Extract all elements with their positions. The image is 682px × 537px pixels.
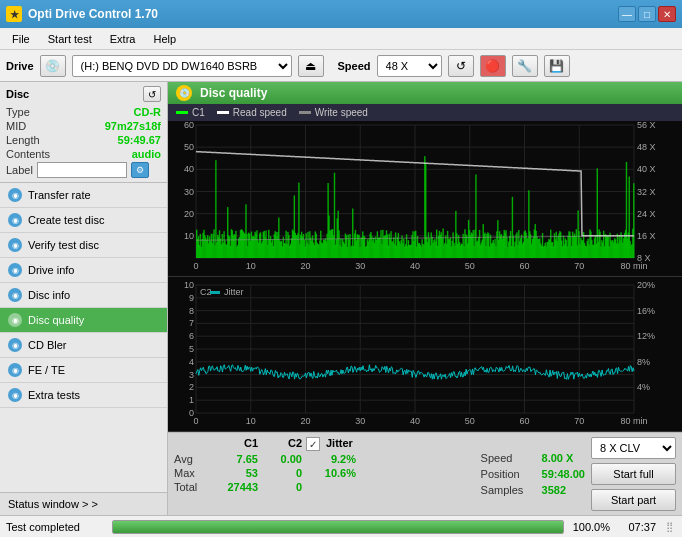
stats-row-total: Total 27443 0 [174, 481, 465, 493]
transfer-rate-icon: ◉ [8, 188, 22, 202]
charts-wrapper [168, 121, 682, 432]
legend-write-color [299, 111, 311, 114]
max-label: Max [174, 467, 204, 479]
progress-bar-container [112, 520, 564, 534]
chart1-canvas [168, 121, 682, 276]
start-full-button[interactable]: Start full [591, 463, 676, 485]
status-window-label: Status window > > [8, 498, 98, 510]
create-test-disc-icon: ◉ [8, 213, 22, 227]
menu-bar: File Start test Extra Help [0, 28, 682, 50]
restore-button[interactable]: □ [638, 6, 656, 22]
speed-stat-label: Speed [481, 452, 536, 464]
content-area: 💿 Disc quality C1 Read speed Write speed [168, 82, 682, 515]
legend-c1: C1 [176, 107, 205, 118]
total-c1: 27443 [208, 481, 258, 493]
refresh-button[interactable]: ↺ [448, 55, 474, 77]
verify-test-disc-icon: ◉ [8, 238, 22, 252]
legend-read-label: Read speed [233, 107, 287, 118]
drive-label: Drive [6, 60, 34, 72]
sidebar-nav: ◉ Transfer rate ◉ Create test disc ◉ Ver… [0, 183, 167, 492]
drive-select[interactable]: (H:) BENQ DVD DD DW1640 BSRB [72, 55, 292, 77]
chart2-canvas [168, 277, 682, 431]
menu-help[interactable]: Help [145, 31, 184, 47]
settings-button[interactable]: 🔴 [480, 55, 506, 77]
type-label: Type [6, 106, 30, 118]
disc-panel: Disc ↺ Type CD-R MID 97m27s18f Length 59… [0, 82, 167, 183]
avg-c1: 7.65 [208, 453, 258, 465]
sidebar-item-verify-test-disc[interactable]: ◉ Verify test disc [0, 233, 167, 258]
samples-value: 3582 [542, 484, 566, 496]
contents-value: audio [132, 148, 161, 160]
position-value: 59:48.00 [542, 468, 585, 480]
contents-label: Contents [6, 148, 50, 160]
label-icon-btn[interactable]: ⚙ [131, 162, 149, 178]
save-button[interactable]: 💾 [544, 55, 570, 77]
drive-icon-btn[interactable]: 💿 [40, 55, 66, 77]
avg-label: Avg [174, 453, 204, 465]
label-label: Label [6, 164, 33, 176]
start-part-button[interactable]: Start part [591, 489, 676, 511]
tools-button[interactable]: 🔧 [512, 55, 538, 77]
legend-c1-color [176, 111, 188, 114]
speed-position-area: Speed 8.00 X Position 59:48.00 Samples 3… [481, 437, 585, 511]
minimize-button[interactable]: — [618, 6, 636, 22]
close-button[interactable]: ✕ [658, 6, 676, 22]
menu-start-test[interactable]: Start test [40, 31, 100, 47]
sidebar-item-transfer-rate[interactable]: ◉ Transfer rate [0, 183, 167, 208]
legend-read-speed: Read speed [217, 107, 287, 118]
sidebar-item-disc-info[interactable]: ◉ Disc info [0, 283, 167, 308]
eject-button[interactable]: ⏏ [298, 55, 324, 77]
sidebar-item-disc-quality[interactable]: ◉ Disc quality [0, 308, 167, 333]
col-c2-header: C2 [262, 437, 302, 451]
speed-clv-select[interactable]: 8 X CLV [591, 437, 676, 459]
length-value: 59:49.67 [118, 134, 161, 146]
legend-write-speed: Write speed [299, 107, 368, 118]
total-label: Total [174, 481, 204, 493]
chart-legend: C1 Read speed Write speed [168, 104, 682, 121]
avg-c2: 0.00 [262, 453, 302, 465]
max-jitter: 10.6% [306, 467, 356, 479]
sidebar-item-extra-tests[interactable]: ◉ Extra tests [0, 383, 167, 408]
sidebar: Disc ↺ Type CD-R MID 97m27s18f Length 59… [0, 82, 168, 515]
disc-refresh-button[interactable]: ↺ [143, 86, 161, 102]
speed-select[interactable]: 48 X [377, 55, 442, 77]
window-controls: — □ ✕ [618, 6, 676, 22]
jitter-checkbox[interactable]: ✓ [306, 437, 320, 451]
cd-bler-icon: ◉ [8, 338, 22, 352]
legend-write-label: Write speed [315, 107, 368, 118]
total-c2: 0 [262, 481, 302, 493]
legend-read-color [217, 111, 229, 114]
drive-info-icon: ◉ [8, 263, 22, 277]
menu-file[interactable]: File [4, 31, 38, 47]
disc-quality-icon: ◉ [8, 313, 22, 327]
disc-quality-icon-header: 💿 [176, 85, 192, 101]
sidebar-item-drive-info[interactable]: ◉ Drive info [0, 258, 167, 283]
resize-grip[interactable]: ⣿ [662, 520, 676, 534]
action-area: 8 X CLV Start full Start part [591, 437, 676, 511]
status-window-button[interactable]: Status window > > [0, 492, 167, 515]
samples-row: Samples 3582 [481, 484, 585, 496]
mid-value: 97m27s18f [105, 120, 161, 132]
total-jitter [306, 481, 356, 493]
sidebar-item-fe-te[interactable]: ◉ FE / TE [0, 358, 167, 383]
window-title: Opti Drive Control 1.70 [28, 7, 158, 21]
speed-row: Speed 8.00 X [481, 452, 585, 464]
jitter-header: Jitter [326, 437, 353, 451]
title-bar: ★ Opti Drive Control 1.70 — □ ✕ [0, 0, 682, 28]
stats-row-avg: Avg 7.65 0.00 9.2% [174, 453, 465, 465]
label-input[interactable] [37, 162, 127, 178]
type-value: CD-R [134, 106, 162, 118]
app-icon: ★ [6, 6, 22, 22]
status-bar: Test completed 100.0% 07:37 ⣿ [0, 515, 682, 537]
speed-stat-value: 8.00 X [542, 452, 574, 464]
sidebar-item-cd-bler[interactable]: ◉ CD Bler [0, 333, 167, 358]
menu-extra[interactable]: Extra [102, 31, 144, 47]
disc-quality-header: 💿 Disc quality [168, 82, 682, 104]
disc-info-icon: ◉ [8, 288, 22, 302]
elapsed-time: 07:37 [616, 521, 656, 533]
samples-label: Samples [481, 484, 536, 496]
disc-title: Disc [6, 88, 29, 100]
position-row: Position 59:48.00 [481, 468, 585, 480]
chart-c2-jitter [168, 277, 682, 432]
sidebar-item-create-test-disc[interactable]: ◉ Create test disc [0, 208, 167, 233]
